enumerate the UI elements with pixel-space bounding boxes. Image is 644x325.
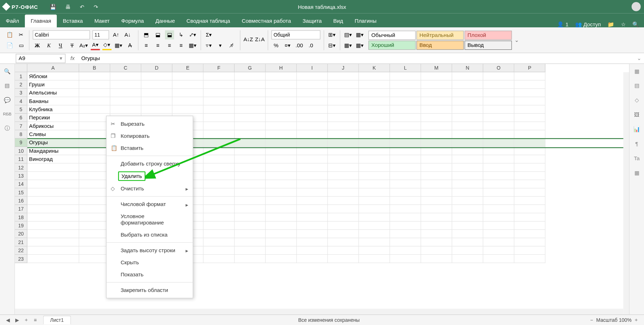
cell[interactable]	[421, 172, 452, 180]
cell[interactable]	[328, 180, 359, 188]
cell[interactable]	[297, 222, 328, 230]
feedback-icon[interactable]: ⓘ	[5, 124, 10, 132]
cell[interactable]	[172, 89, 204, 97]
cell[interactable]	[452, 155, 483, 163]
sheet-next-icon[interactable]: ▶	[12, 317, 22, 323]
style-neutral[interactable]: Нейтральный	[417, 31, 464, 40]
cell[interactable]	[390, 197, 421, 205]
cell[interactable]	[421, 163, 452, 172]
cell[interactable]	[328, 197, 359, 205]
cell[interactable]	[390, 89, 421, 97]
cell[interactable]	[483, 130, 514, 139]
cell[interactable]	[452, 163, 483, 172]
save-icon[interactable]: 💾	[50, 4, 56, 10]
cell[interactable]	[359, 89, 390, 97]
cell[interactable]	[483, 205, 514, 213]
cell[interactable]	[328, 222, 359, 230]
cell[interactable]	[266, 255, 297, 263]
find-icon[interactable]: 🔍	[4, 68, 11, 75]
cell[interactable]	[27, 172, 79, 180]
cell[interactable]	[79, 180, 110, 188]
cell[interactable]	[359, 114, 390, 122]
wrap-text-icon[interactable]: ↳	[177, 30, 186, 39]
cell[interactable]	[79, 97, 110, 105]
cell[interactable]	[452, 81, 483, 89]
cell[interactable]	[359, 130, 390, 139]
cell[interactable]	[141, 81, 172, 89]
cell[interactable]	[235, 188, 266, 196]
font-color-button[interactable]: A▾	[91, 41, 100, 50]
formula-expand-icon[interactable]: ⌄	[637, 55, 642, 61]
cell[interactable]	[421, 230, 452, 238]
cell[interactable]	[235, 89, 266, 97]
paragraph-icon[interactable]: ¶	[635, 141, 638, 147]
cell[interactable]	[235, 155, 266, 163]
cell[interactable]	[421, 139, 452, 147]
row-header[interactable]: 21	[15, 238, 27, 246]
cell[interactable]	[421, 122, 452, 130]
cell[interactable]	[359, 122, 390, 130]
favorite-icon[interactable]: ☆	[621, 21, 626, 28]
cell[interactable]	[514, 230, 545, 238]
font-name-combo[interactable]	[33, 30, 90, 39]
number-format-combo[interactable]	[271, 30, 320, 39]
cell[interactable]	[297, 89, 328, 97]
cell[interactable]	[390, 163, 421, 172]
tab-совместная работа[interactable]: Совместная работа	[236, 15, 297, 27]
format-table-icon[interactable]: ▦▾	[355, 30, 364, 39]
cell[interactable]	[390, 147, 421, 155]
sheet-tab[interactable]: Лист1	[43, 316, 71, 325]
fill-down-icon[interactable]: ▿▾	[204, 41, 214, 50]
cell[interactable]	[266, 72, 297, 80]
ctx-insert-row-above[interactable]: Добавить строку сверху	[106, 158, 193, 170]
cell[interactable]	[266, 180, 297, 188]
cell[interactable]	[359, 205, 390, 213]
row-header[interactable]: 16	[15, 197, 27, 205]
cell[interactable]	[297, 139, 328, 147]
tab-данные[interactable]: Данные	[150, 15, 181, 27]
row-header[interactable]: 6	[15, 114, 27, 122]
cell[interactable]	[235, 213, 266, 221]
cell[interactable]	[297, 247, 328, 255]
cell[interactable]	[79, 197, 110, 205]
cell[interactable]	[172, 81, 204, 89]
ctx-delete[interactable]: Удалить	[118, 171, 145, 181]
cell[interactable]	[452, 97, 483, 105]
cell[interactable]	[421, 247, 452, 255]
cell[interactable]	[390, 230, 421, 238]
cell[interactable]	[452, 230, 483, 238]
cell[interactable]	[483, 188, 514, 196]
zoom-label[interactable]: Масштаб 100%	[596, 317, 632, 323]
cell[interactable]	[421, 180, 452, 188]
row-header[interactable]: 14	[15, 180, 27, 188]
name-box[interactable]: A9▾	[16, 54, 65, 63]
col-header[interactable]: O	[483, 64, 514, 72]
cell[interactable]	[328, 255, 359, 263]
align-top-icon[interactable]: ⬒	[142, 30, 151, 39]
cell[interactable]	[27, 163, 79, 172]
cell[interactable]	[328, 147, 359, 155]
cell[interactable]	[79, 155, 110, 163]
borders-button[interactable]: ▦▾	[114, 41, 123, 50]
cell[interactable]	[483, 89, 514, 97]
cell[interactable]	[235, 205, 266, 213]
cell[interactable]	[514, 105, 545, 114]
cell-settings-icon[interactable]: ▦	[634, 68, 639, 75]
cell[interactable]	[297, 130, 328, 139]
undo-icon[interactable]: ↶	[80, 4, 84, 10]
cell[interactable]	[421, 130, 452, 139]
cell[interactable]	[328, 163, 359, 172]
cell[interactable]	[390, 122, 421, 130]
row-header[interactable]: 10	[15, 147, 27, 155]
cell[interactable]	[203, 89, 235, 97]
row-header[interactable]: 18	[15, 213, 27, 221]
cell[interactable]	[483, 163, 514, 172]
cell[interactable]	[483, 122, 514, 130]
cell[interactable]	[141, 105, 172, 114]
cell[interactable]	[514, 247, 545, 255]
sheet-prev-icon[interactable]: ◀	[3, 317, 12, 323]
cell[interactable]	[390, 180, 421, 188]
cell[interactable]	[421, 222, 452, 230]
row-header[interactable]: 2	[15, 81, 27, 89]
cell[interactable]	[328, 188, 359, 196]
